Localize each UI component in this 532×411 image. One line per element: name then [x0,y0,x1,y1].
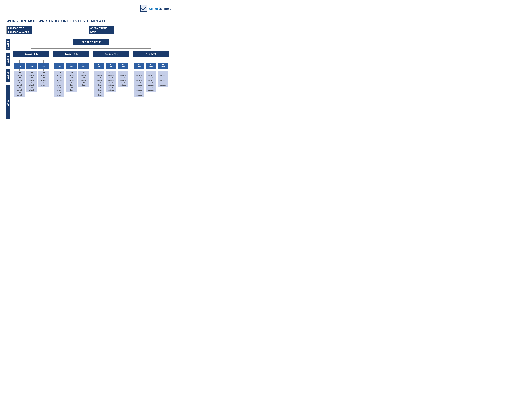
task-4-1-col: 4.1Task 4.1.1Subtask4.1.2Subtask4.1.3Sub… [133,60,145,97]
activity-1-col: 1 Activity Title 1.1Task 1.1.1Subtask1.1… [11,48,51,97]
task-1-1-col: 1.1Task 1.1.1Subtask1.1.2Subtask1.1.3Sub… [13,60,25,97]
task-4-3-col: 4.3Task 4.3.1Subtask4.3.2Subtask4.3.3Sub… [157,60,169,97]
levels-column: LEVEL 1 LEVEL 2 LEVEL 3 LEVEL 4 [6,39,10,119]
level4-badge: LEVEL 4 [6,85,10,119]
task-4-2-subtasks: 4.2.1Subtask4.2.2Subtask4.2.3Subtask4.2.… [146,71,156,92]
project-title-label: PROJECT TITLE [7,26,32,30]
task-3-1-col: 3.1Task 3.1.1Subtask3.1.2Subtask3.1.3Sub… [93,60,105,97]
logo-text: smartsheet [149,6,171,11]
l1-hbranch: 1 Activity Title 1.1Task 1.1.1Subtask1.1… [11,48,171,97]
task-3-1-subtasks: 3.1.1Subtask3.1.2Subtask3.1.3Subtask3.1.… [94,71,104,97]
l1-vline [91,45,91,48]
t11-vline-b [19,69,20,71]
a3-tasks: 3.1Task 3.1.1Subtask3.1.2Subtask3.1.3Sub… [93,60,129,97]
a2-vline-top [71,48,71,51]
t12-vline-b [31,69,32,71]
company-name-value[interactable] [114,26,171,30]
t13-vline [43,60,44,63]
project-title-value[interactable] [32,26,89,30]
activity-1-node: 1 Activity Title [13,51,49,57]
task-2-1-subtasks: 2.1.1Subtask2.1.2Subtask2.1.3Subtask2.1.… [54,71,65,97]
task-3-1-node: 3.1Task [94,63,104,69]
a2-tasks: 2.1Task 2.1.1Subtask2.1.2Subtask2.1.3Sub… [53,60,89,97]
a3-l3-branch: 3.1Task 3.1.1Subtask3.1.2Subtask3.1.3Sub… [93,60,129,97]
a1-l3-branch: 1.1Task 1.1.1Subtask1.1.2Subtask1.1.3Sub… [13,60,49,97]
t11-vline [19,60,20,63]
tree-area: PROJECT TITLE 1 Activity Title [11,39,171,119]
task-1-2-subtasks: 1.2.1Subtask1.2.2Subtask1.2.3Subtask1.2.… [26,71,37,92]
task-2-3-node: 2.3Task [78,63,88,69]
a4-l3-branch: 4.1Task 4.1.1Subtask4.1.2Subtask4.1.3Sub… [133,60,169,97]
task-1-3-node: 1.3Task [38,63,48,69]
task-2-3-subtasks: 2.3.1Subtask2.3.2Subtask2.3.3Subtask [78,71,88,87]
task-1-3-subtasks: 1.3.1Subtask1.3.2Subtask1.3.3Subtask [38,71,48,87]
task-2-1-node: 2.1Task [54,63,65,69]
task-4-2-node: 4.2Task [146,63,156,69]
task-2-2-node: 2.2Task [66,63,76,69]
activity-4-col: 4 Activity Title 4.1Task 4.1.1Subtask4.1… [131,48,171,97]
activity-2-node: 2 Activity Title [53,51,89,57]
page-title: WORK BREAKDOWN STRUCTURE LEVELS TEMPLATE [6,19,106,23]
t13-vline-b [43,69,44,71]
a4-tasks: 4.1Task 4.1.1Subtask4.1.2Subtask4.1.3Sub… [133,60,169,97]
level1-badge: LEVEL 1 [6,39,10,50]
date-label: DATE [89,30,114,34]
a1-tasks: 1.1Task 1.1.1Subtask1.1.2Subtask1.1.3Sub… [13,60,49,97]
task-4-1-subtasks: 4.1.1Subtask4.1.2Subtask4.1.3Subtask4.1.… [134,71,144,97]
task-2-1-col: 2.1Task 2.1.1Subtask2.1.2Subtask2.1.3Sub… [53,60,65,97]
a2-l3-branch: 2.1Task 2.1.1Subtask2.1.2Subtask2.1.3Sub… [53,60,89,97]
activity-3-col: 3 Activity Title 3.1Task 3.1.1Subtask3.1… [91,48,131,97]
task-3-3-node: 3.3Task [118,63,128,69]
task-4-3-subtasks: 4.3.1Subtask4.3.2Subtask4.3.3Subtask [158,71,168,87]
task-2-2-subtasks: 2.2.1Subtask2.2.2Subtask2.2.3Subtask2.2.… [66,71,76,92]
project-manager-label: PROJECT MANAGER [7,30,32,34]
activity-2-col: 2 Activity Title 2.1Task 2.1.1Subtask2.1… [51,48,91,97]
task-3-2-subtasks: 3.2.1Subtask3.2.2Subtask3.2.3Subtask3.2.… [106,71,116,92]
task-1-1-node: 1.1Task [14,63,25,69]
wbs-diagram: LEVEL 1 LEVEL 2 LEVEL 3 LEVEL 4 PROJECT … [6,39,171,119]
task-4-3-node: 4.3Task [158,63,168,69]
task-1-2-node: 1.2Task [26,63,37,69]
a2-vline-bottom [71,57,71,60]
project-title-node: PROJECT TITLE [73,39,109,45]
smartsheet-logo-icon [140,5,147,12]
task-1-2-col: 1.2Task 1.2.1Subtask1.2.2Subtask1.2.3Sub… [26,60,38,97]
task-3-3-subtasks: 3.3.1Subtask3.3.2Subtask3.3.3Subtask [118,71,128,87]
project-manager-value[interactable] [32,30,89,34]
t12-vline [31,60,32,63]
task-4-2-col: 4.2Task 4.2.1Subtask4.2.2Subtask4.2.3Sub… [145,60,157,97]
header: WORK BREAKDOWN STRUCTURE LEVELS TEMPLATE… [6,5,171,23]
activity-3-node: 3 Activity Title [93,51,129,57]
task-2-2-col: 2.2Task 2.2.1Subtask2.2.2Subtask2.2.3Sub… [65,60,77,97]
activity-4-node: 4 Activity Title [133,51,169,57]
task-4-1-node: 4.1Task [134,63,144,69]
date-value[interactable] [114,30,171,34]
task-1-1-subtasks: 1.1.1Subtask1.1.2Subtask1.1.3Subtask1.1.… [14,71,25,97]
task-3-2-node: 3.2Task [106,63,116,69]
logo-area: smartsheet [140,5,171,12]
info-table: PROJECT TITLE COMPANY NAME PROJECT MANAG… [6,26,171,34]
a1-vline-top [31,48,32,51]
task-3-2-col: 3.2Task 3.2.1Subtask3.2.2Subtask3.2.3Sub… [105,60,117,97]
task-1-3-col: 1.3Task 1.3.1Subtask1.3.2Subtask1.3.3Sub… [38,60,49,97]
activity-branches: 1 Activity Title 1.1Task 1.1.1Subtask1.1… [11,48,171,97]
company-name-label: COMPANY NAME [89,26,114,30]
level2-badge: LEVEL 2 [6,53,10,65]
title-area: WORK BREAKDOWN STRUCTURE LEVELS TEMPLATE [6,5,106,23]
a1-vline-bottom [31,57,32,60]
task-2-3-col: 2.3Task 2.3.1Subtask2.3.2Subtask2.3.3Sub… [77,60,89,97]
task-3-3-col: 3.3Task 3.3.1Subtask3.3.2Subtask3.3.3Sub… [117,60,129,97]
level3-badge: LEVEL 3 [6,69,10,82]
